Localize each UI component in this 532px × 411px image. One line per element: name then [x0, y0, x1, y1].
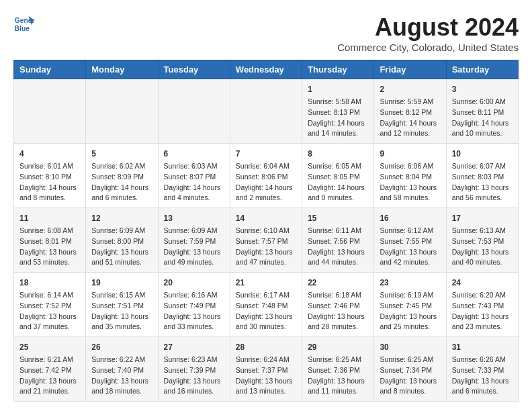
day-content: Daylight: 13 hours and 56 minutes.	[452, 183, 513, 204]
table-row	[14, 79, 86, 144]
day-content: Daylight: 13 hours and 28 minutes.	[308, 312, 368, 333]
day-content: Sunrise: 5:59 AM	[380, 97, 440, 107]
table-row: 14Sunrise: 6:10 AMSunset: 7:57 PMDayligh…	[230, 208, 302, 273]
day-content: Daylight: 13 hours and 40 minutes.	[452, 247, 513, 269]
day-content: Sunrise: 6:09 AM	[164, 226, 224, 236]
table-row: 12Sunrise: 6:09 AMSunset: 8:00 PMDayligh…	[86, 208, 158, 273]
day-content: Sunset: 7:39 PM	[164, 365, 224, 376]
day-content: Sunrise: 6:20 AM	[452, 290, 513, 301]
day-content: Sunset: 7:49 PM	[164, 301, 224, 312]
day-content: Sunrise: 6:07 AM	[452, 161, 513, 172]
day-content: Sunset: 8:03 PM	[452, 172, 513, 183]
day-content: Sunset: 7:42 PM	[19, 365, 80, 376]
col-monday: Monday	[86, 60, 158, 79]
day-number: 10	[452, 148, 513, 160]
day-number: 17	[452, 212, 513, 224]
day-number: 23	[380, 277, 440, 289]
table-row: 19Sunrise: 6:15 AMSunset: 7:51 PMDayligh…	[86, 273, 158, 337]
day-content: Sunset: 8:09 PM	[91, 172, 152, 183]
day-number: 15	[308, 212, 368, 224]
day-content: Sunset: 8:06 PM	[236, 172, 296, 183]
day-content: Sunrise: 6:15 AM	[91, 290, 152, 301]
day-number: 3	[452, 83, 513, 95]
table-row: 15Sunrise: 6:11 AMSunset: 7:56 PMDayligh…	[302, 208, 374, 273]
day-number: 9	[380, 148, 440, 160]
calendar-week-row: 11Sunrise: 6:08 AMSunset: 8:01 PMDayligh…	[14, 208, 519, 273]
table-row: 9Sunrise: 6:06 AMSunset: 8:04 PMDaylight…	[374, 144, 446, 208]
day-content: Sunrise: 6:14 AM	[19, 290, 80, 301]
table-row: 10Sunrise: 6:07 AMSunset: 8:03 PMDayligh…	[446, 144, 518, 208]
table-row: 13Sunrise: 6:09 AMSunset: 7:59 PMDayligh…	[158, 208, 230, 273]
table-row: 31Sunrise: 6:26 AMSunset: 7:33 PMDayligh…	[446, 337, 518, 402]
day-number: 6	[164, 148, 224, 160]
day-content: Daylight: 13 hours and 49 minutes.	[164, 247, 224, 269]
day-content: Sunrise: 6:08 AM	[19, 226, 80, 236]
table-row: 17Sunrise: 6:13 AMSunset: 7:53 PMDayligh…	[446, 208, 518, 273]
day-number: 16	[380, 212, 440, 224]
day-content: Sunrise: 5:58 AM	[308, 97, 368, 107]
day-content: Daylight: 13 hours and 44 minutes.	[308, 247, 368, 269]
day-number: 31	[452, 341, 513, 353]
day-content: Sunset: 7:53 PM	[452, 236, 513, 247]
day-content: Sunset: 8:01 PM	[19, 236, 80, 247]
day-number: 27	[164, 341, 224, 353]
table-row: 28Sunrise: 6:24 AMSunset: 7:37 PMDayligh…	[230, 337, 302, 402]
day-content: Sunset: 8:12 PM	[380, 107, 440, 118]
day-number: 12	[91, 212, 152, 224]
day-content: Sunset: 7:43 PM	[452, 301, 513, 312]
day-content: Sunset: 8:04 PM	[380, 172, 440, 183]
logo: General Blue	[13, 13, 35, 35]
day-content: Daylight: 14 hours and 2 minutes.	[236, 183, 296, 204]
day-content: Sunrise: 6:01 AM	[19, 161, 80, 172]
day-number: 19	[91, 277, 152, 289]
day-content: Sunset: 7:45 PM	[380, 301, 440, 312]
table-row: 1Sunrise: 5:58 AMSunset: 8:13 PMDaylight…	[302, 79, 374, 144]
day-content: Sunset: 8:10 PM	[19, 172, 80, 183]
day-content: Daylight: 13 hours and 23 minutes.	[452, 312, 513, 333]
col-thursday: Thursday	[302, 60, 374, 79]
logo-icon: General Blue	[13, 13, 35, 35]
day-content: Daylight: 14 hours and 0 minutes.	[308, 183, 368, 204]
day-content: Sunrise: 6:21 AM	[19, 355, 80, 365]
day-content: Sunrise: 6:23 AM	[164, 355, 224, 365]
day-content: Sunset: 7:57 PM	[236, 236, 296, 247]
day-content: Sunset: 7:55 PM	[380, 236, 440, 247]
day-content: Sunrise: 6:03 AM	[164, 161, 224, 172]
day-content: Daylight: 13 hours and 21 minutes.	[19, 376, 80, 398]
day-content: Daylight: 14 hours and 8 minutes.	[19, 183, 80, 204]
day-number: 30	[380, 341, 440, 353]
day-content: Sunrise: 6:16 AM	[164, 290, 224, 301]
day-content: Daylight: 13 hours and 25 minutes.	[380, 312, 440, 333]
calendar-week-row: 25Sunrise: 6:21 AMSunset: 7:42 PMDayligh…	[14, 337, 519, 402]
day-content: Daylight: 13 hours and 8 minutes.	[380, 376, 440, 398]
day-number: 18	[19, 277, 80, 289]
day-number: 2	[380, 83, 440, 95]
table-row: 18Sunrise: 6:14 AMSunset: 7:52 PMDayligh…	[14, 273, 86, 337]
day-content: Sunset: 8:13 PM	[308, 107, 368, 118]
col-sunday: Sunday	[14, 60, 86, 79]
calendar-header-row: Sunday Monday Tuesday Wednesday Thursday…	[14, 60, 519, 79]
day-number: 8	[308, 148, 368, 160]
table-row: 20Sunrise: 6:16 AMSunset: 7:49 PMDayligh…	[158, 273, 230, 337]
table-row: 16Sunrise: 6:12 AMSunset: 7:55 PMDayligh…	[374, 208, 446, 273]
table-row: 11Sunrise: 6:08 AMSunset: 8:01 PMDayligh…	[14, 208, 86, 273]
day-number: 14	[236, 212, 296, 224]
day-content: Sunrise: 6:00 AM	[452, 97, 513, 107]
day-content: Sunset: 8:00 PM	[91, 236, 152, 247]
day-content: Sunset: 7:33 PM	[452, 365, 513, 376]
day-content: Daylight: 13 hours and 42 minutes.	[380, 247, 440, 269]
day-content: Sunset: 7:37 PM	[236, 365, 296, 376]
day-number: 25	[19, 341, 80, 353]
day-content: Sunrise: 6:18 AM	[308, 290, 368, 301]
day-content: Sunrise: 6:09 AM	[91, 226, 152, 236]
col-wednesday: Wednesday	[230, 60, 302, 79]
table-row: 3Sunrise: 6:00 AMSunset: 8:11 PMDaylight…	[446, 79, 518, 144]
day-number: 24	[452, 277, 513, 289]
table-row	[158, 79, 230, 144]
calendar-week-row: 18Sunrise: 6:14 AMSunset: 7:52 PMDayligh…	[14, 273, 519, 337]
day-content: Sunrise: 6:25 AM	[380, 355, 440, 365]
day-content: Daylight: 14 hours and 10 minutes.	[452, 118, 513, 140]
day-content: Daylight: 14 hours and 4 minutes.	[164, 183, 224, 204]
day-number: 21	[236, 277, 296, 289]
day-content: Sunrise: 6:05 AM	[308, 161, 368, 172]
